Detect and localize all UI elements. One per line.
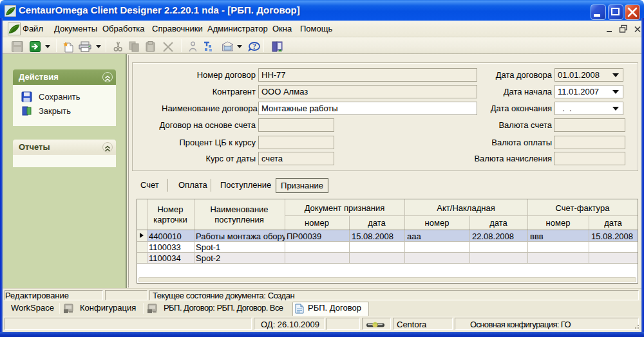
svg-text:?: ? — [252, 42, 256, 51]
